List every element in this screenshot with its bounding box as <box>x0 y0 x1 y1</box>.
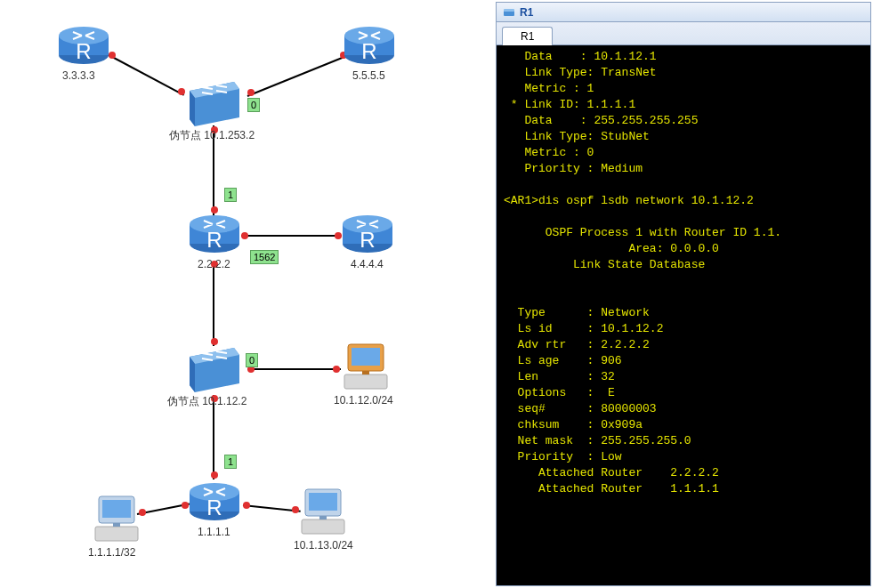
switch-label: 伪节点 10.1.253.2 <box>169 128 255 143</box>
router-icon[interactable]: R <box>188 479 241 522</box>
link <box>247 52 353 97</box>
svg-rect-30 <box>302 520 344 534</box>
svg-rect-27 <box>113 523 120 527</box>
switch-icon[interactable] <box>182 77 247 126</box>
link-endpoint-dot <box>241 232 248 239</box>
link-endpoint-dot <box>211 471 218 479</box>
link-cost-badge: 1 <box>224 455 237 469</box>
link-endpoint-dot <box>243 502 250 509</box>
pc-label: 1.1.1.1/32 <box>88 546 135 559</box>
router-label: 2.2.2.2 <box>198 258 230 270</box>
router-icon[interactable]: R <box>343 23 396 66</box>
window-title: R1 <box>520 6 533 19</box>
svg-rect-21 <box>352 348 380 366</box>
tab-r1[interactable]: R1 <box>502 27 553 45</box>
link-endpoint-dot <box>247 89 255 96</box>
svg-rect-31 <box>319 516 327 520</box>
switch-icon[interactable] <box>182 342 247 392</box>
svg-rect-25 <box>102 500 131 518</box>
link <box>213 262 214 346</box>
link-cost-badge: 1562 <box>250 250 279 264</box>
pc-icon[interactable] <box>296 486 350 537</box>
link-cost-badge: 0 <box>247 98 260 112</box>
link-cost-badge: 0 <box>246 353 258 367</box>
titlebar[interactable]: R1 <box>497 3 870 22</box>
topology-canvas[interactable]: R 3.3.3.3 R 5.5.5.5 R 2.2.2.2 R 4.4.4.4 … <box>0 0 445 588</box>
pc-label: 10.1.13.0/24 <box>294 539 353 552</box>
switch-label: 伪节点 10.1.12.2 <box>167 394 247 409</box>
svg-text:R: R <box>206 495 222 520</box>
pc-icon[interactable] <box>90 493 143 544</box>
terminal-output[interactable]: Data : 10.1.12.1 Link Type: TransNet Met… <box>497 45 870 585</box>
svg-rect-29 <box>309 493 337 511</box>
svg-text:R: R <box>361 39 376 63</box>
svg-text:R: R <box>76 39 91 63</box>
svg-text:R: R <box>360 228 375 252</box>
router-label: 5.5.5.5 <box>352 69 385 82</box>
pc-label: 10.1.12.0/24 <box>334 394 393 407</box>
svg-text:R: R <box>206 228 222 252</box>
svg-rect-22 <box>344 375 387 389</box>
svg-rect-23 <box>362 371 369 375</box>
window-icon <box>502 5 516 20</box>
terminal-window: R1 R1 Data : 10.1.12.1 Link Type: TransN… <box>496 2 871 586</box>
link <box>241 235 342 237</box>
link-cost-badge: 1 <box>224 188 237 202</box>
svg-rect-26 <box>95 527 138 541</box>
router-label: 3.3.3.3 <box>62 69 95 82</box>
tabbar: R1 <box>497 22 870 45</box>
router-icon[interactable]: R <box>341 212 394 254</box>
router-label: 1.1.1.1 <box>198 526 230 538</box>
router-icon[interactable]: R <box>57 23 110 66</box>
svg-rect-33 <box>504 9 514 12</box>
link <box>247 368 341 370</box>
pc-icon[interactable] <box>339 341 392 392</box>
router-label: 4.4.4.4 <box>351 258 384 270</box>
router-icon[interactable]: R <box>188 212 241 254</box>
